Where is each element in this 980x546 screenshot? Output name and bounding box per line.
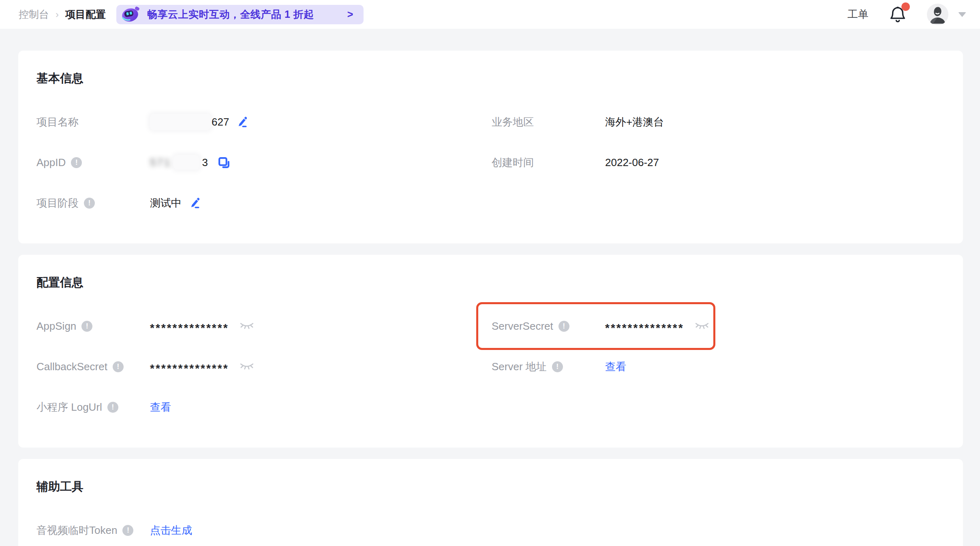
server-secret-label: ServerSecret bbox=[492, 320, 553, 333]
redaction-smudge bbox=[150, 114, 211, 130]
miniprogram-logurl-label: 小程序 LogUrl bbox=[36, 400, 102, 414]
app-id-label: AppID bbox=[36, 156, 66, 169]
app-id-info-icon[interactable]: ! bbox=[71, 157, 82, 168]
breadcrumb: 控制台 › 项目配置 bbox=[19, 8, 106, 21]
field-server-address: Server 地址 ! 查看 bbox=[492, 346, 945, 387]
topbar-actions: 工单 bbox=[847, 4, 966, 25]
callback-secret-info-icon[interactable]: ! bbox=[113, 361, 124, 372]
reveal-app-sign-eye-icon[interactable] bbox=[240, 322, 254, 331]
field-region: 业务地区 海外+港澳台 bbox=[492, 102, 945, 142]
miniprogram-logurl-view-link[interactable]: 查看 bbox=[150, 400, 171, 414]
miniprogram-logurl-info-icon[interactable]: ! bbox=[107, 402, 118, 413]
reveal-callback-secret-eye-icon[interactable] bbox=[240, 362, 254, 371]
field-server-secret: ServerSecret ! ************** bbox=[492, 306, 945, 346]
av-token-info-icon[interactable]: ! bbox=[122, 525, 133, 536]
field-empty bbox=[492, 510, 945, 546]
project-name-label: 项目名称 bbox=[36, 115, 79, 129]
top-bar: 控制台 › 项目配置 畅享云上实时互动，全线产品 1 折起 > 工单 bbox=[0, 0, 980, 29]
config-info-card: 配置信息 AppSign ! ************** bbox=[18, 255, 963, 448]
promo-mascot-icon bbox=[120, 5, 141, 24]
basic-info-card: 基本信息 项目名称 627 bbox=[18, 51, 963, 243]
project-name-value: 627 bbox=[212, 116, 229, 128]
avatar[interactable] bbox=[927, 4, 948, 25]
callback-secret-label: CallbackSecret bbox=[36, 360, 107, 373]
app-id-obscured: 571 bbox=[150, 156, 171, 169]
server-secret-masked-value: ************** bbox=[605, 322, 684, 335]
project-stage-label: 项目阶段 bbox=[36, 196, 79, 210]
field-app-id: AppID ! 571 3 bbox=[36, 142, 492, 183]
callback-secret-masked-value: ************** bbox=[150, 362, 229, 375]
server-address-view-link[interactable]: 查看 bbox=[605, 360, 626, 374]
promo-banner[interactable]: 畅享云上实时互动，全线产品 1 折起 > bbox=[116, 5, 364, 24]
app-id-value: 3 bbox=[202, 156, 208, 169]
created-time-value: 2022-06-27 bbox=[605, 156, 659, 169]
region-value: 海外+港澳台 bbox=[605, 115, 664, 129]
tools-title: 辅助工具 bbox=[36, 479, 945, 494]
main-content: 基本信息 项目名称 627 bbox=[0, 29, 980, 546]
field-created-time: 创建时间 2022-06-27 bbox=[492, 142, 945, 183]
caret-down-icon[interactable] bbox=[958, 12, 966, 17]
breadcrumb-current-page: 项目配置 bbox=[65, 8, 106, 21]
app-sign-masked-value: ************** bbox=[150, 322, 229, 335]
field-callback-secret: CallbackSecret ! ************** bbox=[36, 346, 492, 387]
notification-badge bbox=[901, 2, 910, 11]
notification-bell-button[interactable] bbox=[890, 6, 906, 23]
ticket-link[interactable]: 工单 bbox=[847, 7, 869, 21]
reveal-server-secret-eye-icon[interactable] bbox=[695, 322, 709, 331]
field-project-stage: 项目阶段 ! 测试中 bbox=[36, 183, 492, 223]
server-secret-info-icon[interactable]: ! bbox=[558, 321, 569, 332]
server-address-info-icon[interactable]: ! bbox=[552, 361, 563, 372]
av-token-generate-link[interactable]: 点击生成 bbox=[150, 523, 192, 537]
av-token-label: 音视频临时Token bbox=[36, 523, 117, 537]
chevron-right-icon: › bbox=[56, 9, 59, 20]
promo-text: 畅享云上实时互动，全线产品 1 折起 bbox=[147, 8, 314, 21]
server-address-label: Server 地址 bbox=[492, 360, 547, 374]
edit-project-name-icon[interactable] bbox=[235, 116, 248, 128]
promo-arrow-icon: > bbox=[347, 9, 353, 20]
field-app-sign: AppSign ! ************** bbox=[36, 306, 492, 346]
project-stage-value: 测试中 bbox=[150, 196, 182, 210]
tools-card: 辅助工具 音视频临时Token ! 点击生成 bbox=[18, 459, 963, 546]
redaction-smudge bbox=[173, 155, 199, 170]
app-sign-info-icon[interactable]: ! bbox=[81, 321, 92, 332]
region-label: 业务地区 bbox=[492, 115, 534, 129]
project-stage-info-icon[interactable]: ! bbox=[84, 198, 95, 209]
person-icon bbox=[927, 4, 948, 25]
breadcrumb-console[interactable]: 控制台 bbox=[19, 8, 49, 21]
copy-app-id-icon[interactable] bbox=[218, 156, 230, 169]
field-miniprogram-logurl: 小程序 LogUrl ! 查看 bbox=[36, 387, 492, 427]
app-sign-label: AppSign bbox=[36, 320, 76, 333]
created-time-label: 创建时间 bbox=[492, 156, 534, 170]
basic-info-title: 基本信息 bbox=[36, 71, 945, 85]
edit-project-stage-icon[interactable] bbox=[188, 197, 200, 209]
field-project-name: 项目名称 627 bbox=[36, 102, 492, 142]
field-empty bbox=[492, 183, 945, 223]
field-av-token: 音视频临时Token ! 点击生成 bbox=[36, 510, 492, 546]
config-info-title: 配置信息 bbox=[36, 275, 945, 290]
field-empty bbox=[492, 387, 945, 427]
